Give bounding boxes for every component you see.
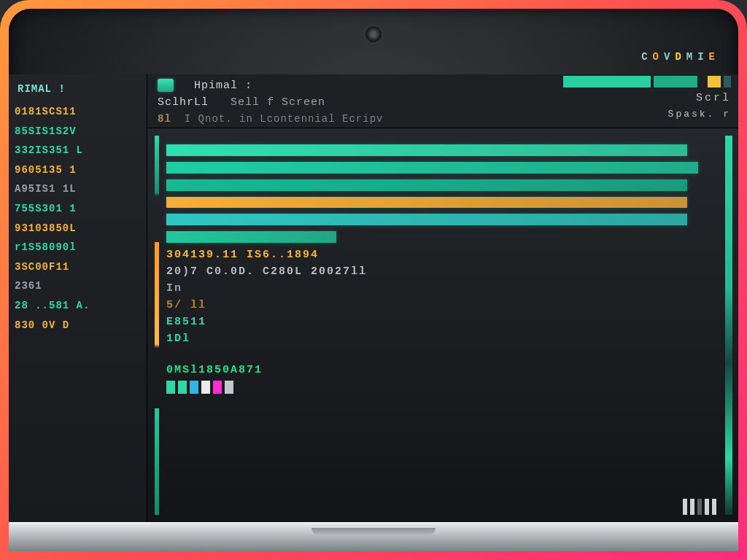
- footer-indicator: [683, 499, 716, 515]
- sidebar-line-5: 755S301 1: [15, 199, 147, 219]
- sidebar-line-6: 93103850L: [15, 219, 147, 238]
- hbar-1: [166, 162, 698, 174]
- term-line-7: 0MSl1850A871: [166, 364, 724, 376]
- hbar-0: [166, 144, 687, 156]
- content-area: 304139.11 IS6..1894 20)7 C0.0D. C280L 20…: [147, 128, 738, 522]
- term-line-4: 5/ ll: [166, 299, 724, 311]
- mini-block-3: [201, 381, 210, 394]
- term-line-6: 1Dl: [166, 332, 724, 345]
- sidebar-line-0: 0181SCS11: [15, 102, 147, 122]
- term-line-5: E8511: [166, 316, 724, 328]
- scrollbar[interactable]: [725, 136, 732, 515]
- scroll-label: Scrl: [696, 92, 731, 104]
- prompt-icon: [158, 79, 174, 92]
- brand-label: COVDMIE: [641, 51, 718, 63]
- mini-blocks: [166, 381, 724, 394]
- laptop-bezel: COVDMIE RIMAL ! 0181SCS1185SIS1S2V332IS3…: [0, 0, 747, 560]
- sidebar-line-1: 85SIS1S2V: [15, 122, 147, 141]
- hbar-3: [166, 197, 687, 208]
- mini-block-4: [213, 381, 222, 394]
- mini-block-2: [190, 381, 198, 394]
- sidebar-line-9: 2361: [15, 276, 147, 296]
- term-line-3: In: [166, 282, 724, 295]
- main-toolbar: Scrl Spask. r Hpimal : SclhrLl Sell f Sc…: [147, 74, 738, 128]
- sidebar-line-10: 28 ..581 A.: [15, 296, 147, 316]
- spask-label: Spask. r: [668, 109, 731, 120]
- term-line-1: 304139.11 IS6..1894: [166, 249, 724, 261]
- tab-2[interactable]: Sell f Screen: [231, 96, 325, 109]
- sidebar-line-8: 3SC00F11: [15, 257, 147, 277]
- mini-block-5: [225, 381, 233, 394]
- sub-text: I Qnot. in Lcontennial Ecripv: [185, 113, 384, 125]
- laptop-base: [9, 522, 738, 551]
- sidebar-line-3: 9605135 1: [15, 160, 147, 180]
- gutter-left: [155, 136, 159, 515]
- sidebar-line-7: r1S58090l: [15, 238, 147, 257]
- hbar-5: [166, 231, 336, 243]
- mini-block-1: [178, 381, 187, 394]
- prompt-label: Hpimal :: [194, 79, 252, 92]
- laptop-screen: COVDMIE RIMAL ! 0181SCS1185SIS1S2V332IS3…: [9, 9, 738, 551]
- hbar-4: [166, 214, 687, 225]
- sub-num: 8l: [158, 113, 171, 125]
- sidebar: RIMAL ! 0181SCS1185SIS1S2V332IS351 L9605…: [9, 74, 147, 522]
- screen-area: RIMAL ! 0181SCS1185SIS1S2V332IS351 L9605…: [9, 74, 738, 522]
- sidebar-title: RIMAL !: [15, 80, 147, 102]
- progress-bar: [563, 76, 731, 88]
- term-line-2: 20)7 C0.0D. C280L 20027ll: [166, 265, 724, 278]
- mini-block-0: [166, 381, 175, 394]
- main-pane: Scrl Spask. r Hpimal : SclhrLl Sell f Sc…: [147, 74, 738, 522]
- sidebar-line-2: 332IS351 L: [15, 141, 147, 160]
- sidebar-line-11: 830 0V D: [15, 316, 147, 335]
- sidebar-line-4: A95IS1 1L: [15, 179, 147, 199]
- camera-icon: [365, 26, 382, 42]
- hbar-2: [166, 179, 687, 191]
- tab-1[interactable]: SclhrLl: [158, 96, 209, 109]
